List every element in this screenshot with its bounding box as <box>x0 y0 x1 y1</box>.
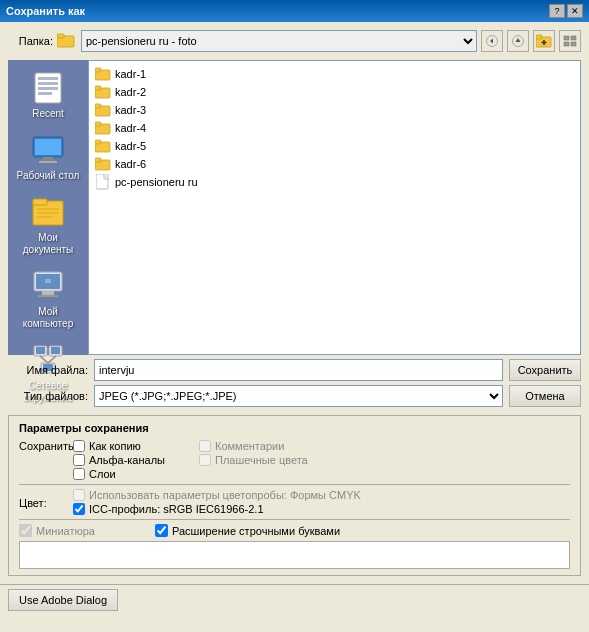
lowercase-check-item: Расширение строчными буквами <box>155 524 340 537</box>
up-button[interactable] <box>507 30 529 52</box>
layers-check-item: Слои <box>73 468 165 480</box>
list-item[interactable]: pc-pensioneru ru <box>93 173 576 191</box>
close-button[interactable]: ✕ <box>567 4 583 18</box>
svg-rect-21 <box>43 157 53 161</box>
folder-icon <box>95 102 111 118</box>
preview-box <box>19 541 570 569</box>
sidebar-item-documents-label: Мои документы <box>13 232 83 256</box>
file-list[interactable]: kadr-1 kadr-2 kadr-3 kadr-4 kadr-5 kadr-… <box>88 60 581 355</box>
lowercase-checkbox[interactable] <box>155 524 168 537</box>
copy-check-item: Как копию <box>73 440 165 452</box>
file-name: kadr-6 <box>115 158 146 170</box>
list-item[interactable]: kadr-2 <box>93 83 576 101</box>
new-folder-button[interactable] <box>533 30 555 52</box>
desktop-icon <box>30 132 66 168</box>
svg-rect-20 <box>35 139 61 155</box>
sidebar-item-documents[interactable]: Мои документы <box>11 190 85 260</box>
svg-rect-32 <box>45 279 51 283</box>
svg-rect-44 <box>95 86 101 90</box>
folder-icon <box>95 156 111 172</box>
thumbnail-check-item: Миниатюра <box>19 524 95 537</box>
save-options-row: Сохранить: Как копию Альфа-каналы Слои <box>19 440 570 480</box>
svg-rect-7 <box>536 35 542 39</box>
lowercase-label: Расширение строчными буквами <box>172 525 340 537</box>
svg-rect-36 <box>51 347 60 354</box>
location-folder-icon <box>57 32 75 50</box>
icc-profile-label: ICC-профиль: sRGB IEC61966-2.1 <box>89 503 264 515</box>
sidebar-item-recent[interactable]: Recent <box>11 66 85 124</box>
filename-input[interactable] <box>94 359 503 381</box>
file-name: kadr-4 <box>115 122 146 134</box>
title-bar: Сохранить как ? ✕ <box>0 0 589 22</box>
svg-rect-11 <box>571 36 576 40</box>
svg-rect-1 <box>57 34 64 38</box>
filename-label: Имя файла: <box>8 364 88 376</box>
list-item[interactable]: kadr-3 <box>93 101 576 119</box>
sidebar-item-recent-label: Recent <box>32 108 64 120</box>
filetype-dropdown[interactable]: JPEG (*.JPG;*.JPEG;*.JPE) <box>94 385 503 407</box>
save-button[interactable]: Сохранить <box>509 359 581 381</box>
spotcolors-checkbox[interactable] <box>199 454 211 466</box>
alpha-checkbox[interactable] <box>73 454 85 466</box>
cancel-button[interactable]: Отмена <box>509 385 581 407</box>
svg-rect-10 <box>564 36 569 40</box>
file-name: kadr-3 <box>115 104 146 116</box>
main-area: Recent Рабочий стол <box>8 60 581 355</box>
window-controls: ? ✕ <box>549 4 583 18</box>
recent-icon <box>30 70 66 106</box>
list-item[interactable]: kadr-4 <box>93 119 576 137</box>
svg-rect-13 <box>571 42 576 46</box>
icc-profile-checkbox[interactable] <box>73 503 85 515</box>
folder-icon <box>95 138 111 154</box>
computer-icon <box>30 268 66 304</box>
sidebar: Recent Рабочий стол <box>8 60 88 355</box>
layers-checkbox[interactable] <box>73 468 85 480</box>
params-section: Параметры сохранения Сохранить: Как копи… <box>8 415 581 576</box>
color-label: Цвет: <box>19 495 69 509</box>
filename-row: Имя файла: Сохранить <box>8 359 581 381</box>
svg-rect-17 <box>38 87 58 90</box>
view-button[interactable] <box>559 30 581 52</box>
divider1 <box>19 484 570 485</box>
location-dropdown[interactable]: pc-pensioneru ru - foto <box>81 30 477 52</box>
alpha-check-item: Альфа-каналы <box>73 454 165 466</box>
svg-rect-15 <box>38 77 58 80</box>
icc-use-checkbox[interactable] <box>73 489 85 501</box>
list-item[interactable]: kadr-1 <box>93 65 576 83</box>
svg-rect-30 <box>42 291 54 295</box>
svg-rect-42 <box>95 68 101 72</box>
icc-use-label: Использовать параметры цветопробы: Формы… <box>89 489 361 501</box>
icc-use-check-item: Использовать параметры цветопробы: Формы… <box>73 489 361 501</box>
copy-checkbox[interactable] <box>73 440 85 452</box>
file-name: kadr-5 <box>115 140 146 152</box>
save-checks-col1: Как копию Альфа-каналы Слои <box>73 440 165 480</box>
divider2 <box>19 519 570 520</box>
file-name: kadr-1 <box>115 68 146 80</box>
location-label: Папка: <box>8 35 53 47</box>
thumbnail-checkbox[interactable] <box>19 524 32 537</box>
thumbnail-label: Миниатюра <box>36 525 95 537</box>
list-item[interactable]: kadr-6 <box>93 155 576 173</box>
location-bar: Папка: pc-pensioneru ru - foto <box>8 30 581 52</box>
file-name: pc-pensioneru ru <box>115 176 198 188</box>
sidebar-item-desktop-label: Рабочий стол <box>17 170 80 182</box>
adobe-dialog-button[interactable]: Use Adobe Dialog <box>8 589 118 611</box>
sidebar-item-computer[interactable]: Мой компьютер <box>11 264 85 334</box>
dialog-body: Папка: pc-pensioneru ru - foto <box>0 22 589 584</box>
svg-rect-18 <box>38 92 52 95</box>
filetype-label: Тип файлов: <box>8 390 88 402</box>
back-button[interactable] <box>481 30 503 52</box>
svg-rect-26 <box>37 212 59 214</box>
icc-profile-check-item: ICC-профиль: sRGB IEC61966-2.1 <box>73 503 361 515</box>
list-item[interactable]: kadr-5 <box>93 137 576 155</box>
help-button[interactable]: ? <box>549 4 565 18</box>
thumbnail-row: Миниатюра Расширение строчными буквами <box>19 524 570 537</box>
sidebar-item-desktop[interactable]: Рабочий стол <box>11 128 85 186</box>
spotcolors-label: Плашечные цвета <box>215 454 308 466</box>
comments-checkbox[interactable] <box>199 440 211 452</box>
svg-rect-48 <box>95 122 101 126</box>
copy-label: Как копию <box>89 440 141 452</box>
svg-rect-46 <box>95 104 101 108</box>
save-label: Сохранить: <box>19 440 69 452</box>
svg-rect-16 <box>38 82 58 85</box>
